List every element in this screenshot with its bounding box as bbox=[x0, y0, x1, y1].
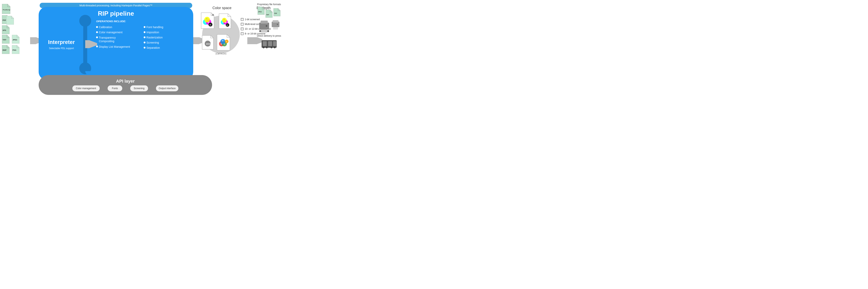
operations-col2: Font handling Imposition Rasterization S… bbox=[144, 26, 187, 51]
svg-text:M: M bbox=[208, 22, 209, 23]
svg-rect-63 bbox=[259, 23, 269, 30]
interpreter-section: Interpreter Selectable PDL support bbox=[42, 19, 80, 70]
op-transparency: TransparencyCompositing bbox=[96, 36, 140, 43]
svg-text:K: K bbox=[210, 24, 211, 26]
api-title: API layer bbox=[116, 78, 134, 84]
banner-text: Multi-threaded processing, including Har… bbox=[80, 4, 152, 7]
color-space-section: Color space K C M Y W bbox=[200, 6, 244, 55]
file-bmp-png: BMP PNG bbox=[2, 45, 20, 55]
svg-rect-71 bbox=[273, 27, 278, 30]
small-printer-icon bbox=[271, 20, 280, 31]
op-separation: Separation bbox=[144, 46, 187, 49]
doc-icon-3 bbox=[241, 28, 244, 30]
bullet-5 bbox=[144, 26, 146, 28]
api-items: Color management Fonts Screening Output … bbox=[72, 85, 179, 91]
svg-text:V: V bbox=[226, 41, 227, 42]
postscript-icon: PostScript bbox=[2, 4, 10, 14]
doc-icon-2 bbox=[241, 23, 244, 26]
api-item-screening: Screening bbox=[130, 85, 148, 91]
svg-marker-57 bbox=[258, 7, 265, 15]
tiff-icon: TIFF bbox=[2, 35, 9, 43]
jpeg-icon: JPEG bbox=[12, 35, 20, 43]
svg-marker-59 bbox=[266, 10, 273, 18]
op-color-mgmt: Color management bbox=[96, 31, 140, 34]
svg-text:TIFF: TIFF bbox=[3, 39, 6, 41]
file-tiff-jpeg: TIFF JPEG bbox=[2, 35, 20, 44]
press-machine-icon bbox=[261, 38, 277, 49]
proprietary-label: Proprietary file formats bbox=[250, 3, 288, 6]
svg-point-67 bbox=[259, 30, 261, 32]
op-display-list: Display List Management bbox=[96, 45, 140, 49]
operations-grid: Calibration Color management Transparenc… bbox=[96, 26, 187, 51]
svg-text:W: W bbox=[212, 14, 214, 16]
operations-section: OPERATIONS INCLUDE: Calibration Color ma… bbox=[96, 20, 187, 77]
tiff-output-icon: TIFF bbox=[266, 10, 273, 18]
pdf-output-icon: PDF bbox=[274, 8, 280, 16]
svg-point-77 bbox=[262, 46, 265, 48]
rip-container: RIP pipeline Interpreter Selectable PDL … bbox=[39, 7, 193, 80]
svg-text:K: K bbox=[227, 24, 228, 26]
svg-rect-49 bbox=[241, 18, 243, 21]
svg-point-72 bbox=[277, 24, 278, 25]
svg-text:JPEG: JPEG bbox=[258, 11, 262, 12]
format-icons: JPEG TIFF PDF bbox=[250, 7, 288, 18]
svg-text:PDF: PDF bbox=[3, 19, 6, 21]
api-item-fonts: Fonts bbox=[107, 85, 122, 91]
svg-text:PDF: PDF bbox=[274, 13, 277, 14]
file-pdf: PDF bbox=[2, 15, 20, 25]
api-item-color: Color management bbox=[72, 85, 100, 91]
svg-rect-51 bbox=[241, 23, 243, 25]
bullet-7 bbox=[144, 36, 146, 38]
file-postscript: PostScript bbox=[2, 4, 20, 14]
svg-text:R: R bbox=[221, 43, 222, 45]
svg-rect-55 bbox=[241, 32, 243, 35]
printer-icons bbox=[250, 20, 288, 33]
rip-title: RIP pipeline bbox=[39, 10, 193, 17]
cmyk-doc-topleft: K C M Y W bbox=[200, 12, 216, 30]
svg-text:Y: Y bbox=[223, 19, 225, 20]
direct-label: Direct delivery to press bbox=[250, 34, 288, 37]
bullet-8 bbox=[144, 41, 146, 43]
operations-label: OPERATIONS INCLUDE: bbox=[96, 20, 187, 23]
svg-text:MONO: MONO bbox=[206, 43, 212, 45]
bullet-6 bbox=[144, 31, 146, 33]
svg-text:BMP: BMP bbox=[3, 49, 6, 51]
cmyk-doc-topright: K C M Y bbox=[218, 13, 233, 30]
large-printer-icon bbox=[258, 20, 270, 33]
svg-rect-76 bbox=[273, 41, 276, 46]
cmykov-doc: V R G B bbox=[216, 33, 232, 51]
op-calibration: Calibration bbox=[96, 26, 140, 29]
svg-text:M: M bbox=[225, 22, 226, 23]
color-space-area: K C M Y W K C M Y MONO bbox=[200, 12, 242, 55]
svg-marker-61 bbox=[274, 8, 280, 16]
bullet-4 bbox=[96, 45, 98, 47]
svg-text:C: C bbox=[222, 22, 223, 23]
op-screening: Screening bbox=[144, 41, 187, 44]
api-layer: API layer Color management Fonts Screeni… bbox=[39, 75, 212, 95]
op-imposition: Imposition bbox=[144, 31, 187, 34]
svg-rect-65 bbox=[261, 30, 267, 32]
svg-marker-4 bbox=[6, 16, 14, 25]
svg-rect-53 bbox=[241, 28, 243, 30]
svg-text:TIFF: TIFF bbox=[266, 14, 269, 15]
svg-rect-75 bbox=[268, 41, 272, 46]
op-font: Font handling bbox=[144, 26, 187, 29]
bullet-1 bbox=[96, 26, 98, 28]
svg-text:PostScript: PostScript bbox=[3, 9, 10, 11]
input-files-list: PostScript PDF XPS bbox=[2, 4, 20, 55]
svg-text:C: C bbox=[205, 22, 206, 23]
svg-point-80 bbox=[274, 46, 276, 48]
svg-text:G: G bbox=[224, 43, 225, 45]
press-icon bbox=[250, 38, 288, 49]
svg-rect-74 bbox=[263, 41, 267, 46]
bullet-9 bbox=[144, 47, 146, 49]
interpreter-subtitle: Selectable PDL support bbox=[49, 47, 74, 50]
svg-text:B: B bbox=[222, 40, 223, 41]
svg-text:Y: Y bbox=[206, 18, 208, 20]
file-xps: XPS bbox=[2, 25, 20, 34]
inner-arrow bbox=[85, 40, 97, 49]
interpreter-title: Interpreter bbox=[48, 39, 75, 45]
mono-doc: MONO bbox=[201, 34, 215, 50]
svg-point-78 bbox=[266, 46, 268, 48]
svg-point-66 bbox=[266, 25, 267, 27]
